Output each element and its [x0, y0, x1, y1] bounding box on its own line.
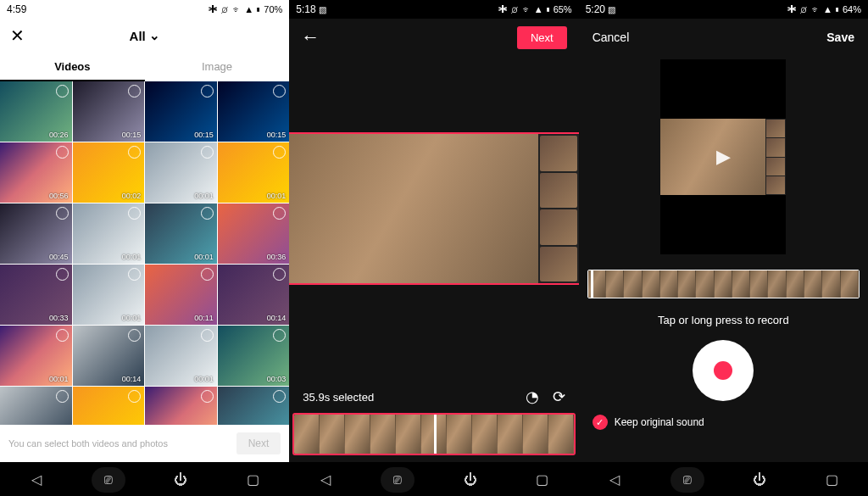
- media-thumbnail[interactable]: 00:03: [218, 326, 290, 386]
- select-circle[interactable]: [201, 390, 214, 403]
- media-thumbnail[interactable]: 00:12: [218, 387, 290, 425]
- duration-label: 00:33: [49, 314, 69, 322]
- voiceover-timeline[interactable]: [587, 270, 860, 298]
- picker-content: ✕ All ⌄ Videos Image 00:2600:1500:1500:1…: [0, 19, 289, 462]
- media-thumbnail[interactable]: 00:01: [145, 203, 217, 264]
- media-thumbnail[interactable]: 00:01: [73, 203, 145, 264]
- video-preview[interactable]: [289, 132, 578, 285]
- media-thumbnail[interactable]: 00:01: [145, 387, 217, 425]
- select-circle[interactable]: [56, 85, 69, 98]
- media-thumbnail[interactable]: 00:14: [218, 265, 290, 325]
- trim-icons: ◔ ⟳: [526, 387, 565, 406]
- select-circle[interactable]: [56, 329, 69, 342]
- timeline-frame: [715, 270, 732, 298]
- timeline-frame: [732, 270, 750, 298]
- trim-content: ← Next 35.9s selected ◔ ⟳: [289, 19, 578, 462]
- play-icon[interactable]: ▶: [716, 146, 731, 168]
- media-thumbnail[interactable]: 00:15: [73, 81, 145, 142]
- playhead[interactable]: [591, 270, 593, 298]
- select-circle[interactable]: [128, 207, 141, 220]
- nav-recent[interactable]: ▢: [526, 467, 559, 493]
- nav-back[interactable]: ◁: [19, 467, 53, 493]
- select-circle[interactable]: [201, 329, 214, 342]
- select-circle[interactable]: [128, 85, 141, 98]
- nav-back[interactable]: ◁: [598, 467, 632, 493]
- timeline-frame: [370, 415, 396, 454]
- duration-label: 00:26: [49, 131, 69, 139]
- playhead[interactable]: [434, 413, 437, 455]
- rotate-icon[interactable]: ⟳: [553, 387, 565, 406]
- select-circle[interactable]: [201, 85, 214, 98]
- media-thumbnail[interactable]: 00:01: [218, 142, 290, 203]
- nav-home[interactable]: ⎚: [670, 467, 704, 493]
- nav-power[interactable]: ⏻: [453, 467, 487, 493]
- keep-sound-row[interactable]: ✓ Keep original sound: [579, 401, 868, 437]
- select-circle[interactable]: [201, 146, 214, 159]
- nav-power[interactable]: ⏻: [743, 467, 776, 493]
- phone-trim: 5:18 ▧ ✱ ⌀ ᯤ ▲ ▮ 65% ← Next 35.9s select…: [289, 0, 578, 496]
- media-thumbnail[interactable]: 00:15: [218, 81, 290, 142]
- next-button[interactable]: Next: [517, 26, 567, 49]
- media-thumbnail[interactable]: 00:26: [0, 81, 72, 142]
- select-circle[interactable]: [128, 390, 141, 403]
- media-thumbnail[interactable]: 00:45: [0, 203, 72, 264]
- media-thumbnail[interactable]: 00:01: [145, 326, 217, 386]
- select-circle[interactable]: [273, 207, 286, 220]
- timeline-frame: [498, 415, 523, 454]
- select-circle[interactable]: [273, 85, 286, 98]
- select-circle[interactable]: [273, 268, 286, 281]
- duration-label: 00:15: [122, 131, 142, 139]
- next-button[interactable]: Next: [236, 432, 281, 454]
- footer-hint: You can select both videos and photos: [8, 438, 168, 449]
- media-thumbnail[interactable]: 00:33: [0, 265, 72, 325]
- select-circle[interactable]: [128, 268, 141, 281]
- save-button[interactable]: Save: [826, 31, 854, 44]
- tab-image[interactable]: Image: [145, 53, 290, 81]
- status-right: ✱ ⌀ ᯤ ▲ ▮ 65%: [498, 4, 572, 14]
- select-circle[interactable]: [273, 146, 286, 159]
- select-circle[interactable]: [128, 329, 141, 342]
- timeline-frame: [548, 415, 574, 454]
- back-arrow-icon[interactable]: ←: [301, 26, 320, 48]
- media-thumbnail[interactable]: 00:36: [218, 203, 290, 264]
- media-thumbnail[interactable]: 00:01: [0, 326, 72, 386]
- select-circle[interactable]: [56, 390, 69, 403]
- media-thumbnail[interactable]: 00:28: [73, 387, 145, 425]
- nav-back[interactable]: ◁: [309, 467, 342, 493]
- select-circle[interactable]: [201, 268, 214, 281]
- select-circle[interactable]: [56, 146, 69, 159]
- nav-home[interactable]: ⎚: [381, 467, 415, 493]
- select-circle[interactable]: [56, 207, 69, 220]
- media-thumbnail[interactable]: 00:01: [73, 265, 145, 325]
- trim-timeline[interactable]: [292, 413, 575, 455]
- picker-footer: You can select both videos and photos Ne…: [0, 425, 289, 462]
- select-circle[interactable]: [273, 329, 286, 342]
- select-circle[interactable]: [56, 268, 69, 281]
- select-circle[interactable]: [273, 390, 286, 403]
- timeline-frame: [804, 270, 822, 298]
- nav-recent[interactable]: ▢: [815, 467, 849, 493]
- media-thumbnail[interactable]: 00:01: [145, 142, 217, 203]
- nav-recent[interactable]: ▢: [236, 467, 270, 493]
- android-nav-bar: ◁ ⎚ ⏻ ▢: [289, 462, 578, 496]
- media-thumbnail[interactable]: 00:02: [73, 142, 145, 203]
- select-circle[interactable]: [201, 207, 214, 220]
- speed-icon[interactable]: ◔: [526, 387, 539, 406]
- media-thumbnail[interactable]: 00:11: [145, 265, 217, 325]
- media-thumbnail[interactable]: 00:23: [0, 387, 72, 425]
- record-button[interactable]: [693, 340, 754, 401]
- participant-tile: [540, 173, 577, 209]
- tab-videos[interactable]: Videos: [0, 53, 145, 81]
- media-thumbnail[interactable]: 00:56: [0, 142, 72, 203]
- close-icon[interactable]: ✕: [10, 25, 25, 46]
- select-circle[interactable]: [128, 146, 141, 159]
- media-thumbnail[interactable]: 00:15: [145, 81, 217, 142]
- timeline-frame: [396, 415, 421, 454]
- nav-home[interactable]: ⎚: [92, 467, 125, 493]
- trim-controls: 35.9s selected ◔ ⟳: [289, 376, 578, 413]
- video-preview[interactable]: ▶: [660, 59, 786, 254]
- media-thumbnail[interactable]: 00:14: [73, 326, 145, 386]
- album-dropdown[interactable]: All ⌄: [130, 28, 160, 43]
- cancel-button[interactable]: Cancel: [593, 31, 630, 44]
- nav-power[interactable]: ⏻: [164, 467, 198, 493]
